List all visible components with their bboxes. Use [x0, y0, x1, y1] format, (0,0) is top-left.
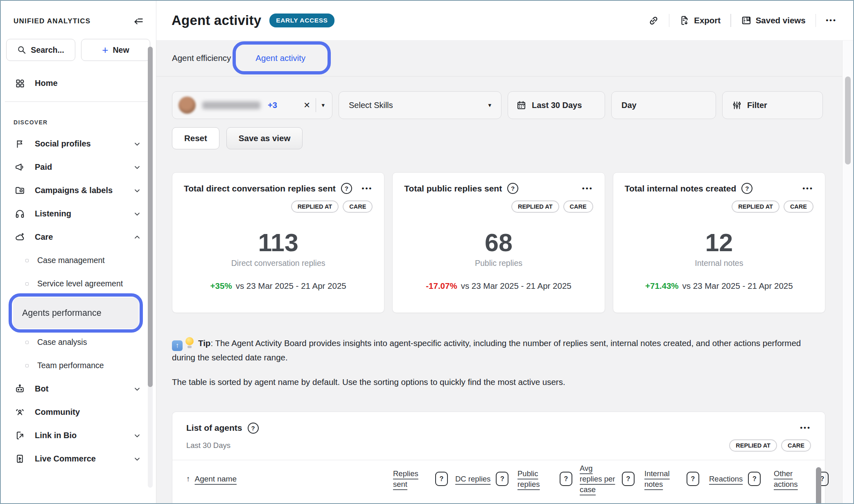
card-title: Total internal notes created	[625, 184, 737, 194]
sidebar-item-service-level-agreement[interactable]: Service level agreement	[1, 272, 156, 295]
reset-button[interactable]: Reset	[172, 127, 219, 149]
filter-bar: +3 ✕ ▾ Select Skills ▾ Last 30 Days Day	[172, 91, 825, 119]
care-tag: CARE	[781, 439, 811, 452]
saved-views-icon	[741, 15, 752, 26]
column-header-internal-notes[interactable]: Internal notes ?	[644, 468, 709, 490]
discover-section-label: DISCOVER	[1, 119, 156, 126]
column-label: Public replies	[517, 468, 554, 490]
column-help-icon[interactable]: ?	[622, 472, 635, 486]
collapse-sidebar-icon[interactable]	[133, 16, 144, 27]
sidebar-item-team-performance[interactable]: Team performance	[1, 354, 156, 377]
sidebar-item-live-commerce[interactable]: Live Commerce	[1, 447, 156, 470]
sidebar-scrollbar[interactable]	[148, 47, 153, 488]
search-button[interactable]: Search...	[6, 39, 75, 61]
search-label: Search...	[31, 45, 64, 55]
column-header-other-actions[interactable]: Other actions ?	[774, 468, 838, 490]
home-grid-icon	[14, 79, 25, 88]
card-menu-icon[interactable]: •••	[361, 184, 373, 193]
sidebar-item-listening[interactable]: Listening	[1, 202, 156, 225]
card-menu-icon[interactable]: •••	[802, 184, 813, 193]
export-document-icon	[679, 15, 690, 26]
sidebar-item-label: Bot	[35, 384, 133, 394]
sidebar-item-agents-performance[interactable]: Agents performance	[1, 295, 156, 331]
copy-link-icon[interactable]	[648, 15, 659, 26]
column-help-icon[interactable]: ?	[560, 472, 572, 486]
column-header-dc-replies[interactable]: DC replies ?	[455, 472, 517, 486]
sidebar-item-care[interactable]: Care	[1, 225, 156, 249]
tip-secondary-text: The table is sorted by agent name by def…	[172, 376, 825, 389]
export-button[interactable]: Export	[679, 15, 721, 26]
filter-actions: Reset Save as view	[172, 127, 825, 149]
metric-value: 113	[184, 228, 373, 257]
card-menu-icon[interactable]: •••	[582, 184, 593, 193]
sidebar-item-label: Listening	[35, 209, 133, 218]
table-period: Last 30 Days	[186, 441, 230, 450]
table-menu-icon[interactable]: •••	[800, 424, 811, 432]
headphones-icon	[14, 209, 25, 219]
tab-bar: Agent efficiency Agent activity	[156, 40, 853, 76]
column-help-icon[interactable]: ?	[496, 472, 508, 486]
sidebar-item-label: Care	[35, 232, 133, 242]
sort-ascending-icon: ↑	[186, 475, 190, 484]
page-scrollbar-thumb[interactable]	[845, 76, 851, 164]
clear-filter-icon[interactable]: ✕	[303, 100, 310, 110]
replied-at-tag: REPLIED AT	[732, 200, 779, 213]
help-icon[interactable]: ?	[507, 183, 518, 194]
table-scrollbar-thumb[interactable]	[816, 467, 821, 503]
chevron-down-icon	[133, 432, 141, 440]
table-header-row: ↑ Agent name Replies sent ? DC replies ?…	[186, 460, 811, 498]
help-icon[interactable]: ?	[741, 183, 752, 194]
sidebar-item-bot[interactable]: Bot	[1, 377, 156, 400]
column-header-public-replies[interactable]: Public replies ?	[517, 468, 580, 490]
list-of-agents-card: List of agents ? ••• Last 30 Days REPLIE…	[172, 412, 825, 503]
phone-play-icon	[14, 454, 25, 464]
granularity-dropdown[interactable]: Day	[611, 91, 716, 119]
caret-down-icon[interactable]: ▾	[321, 101, 325, 109]
column-label: DC replies	[455, 474, 490, 484]
column-help-icon[interactable]: ?	[687, 472, 699, 486]
sidebar-item-label: Social profiles	[35, 139, 133, 148]
sidebar-scrollbar-thumb[interactable]	[148, 47, 153, 387]
sidebar-item-link-in-bio[interactable]: Link in Bio	[1, 424, 156, 447]
card-title: Total direct conversation replies sent	[184, 184, 336, 194]
tab-agent-efficiency[interactable]: Agent efficiency	[172, 53, 231, 63]
care-tag: CARE	[784, 200, 813, 213]
sidebar-item-social-profiles[interactable]: Social profiles	[1, 132, 156, 155]
help-icon[interactable]: ?	[341, 183, 352, 194]
column-header-agent-name[interactable]: ↑ Agent name	[186, 475, 393, 484]
sidebar-item-label: Paid	[35, 162, 133, 172]
toolbar-divider	[816, 14, 816, 27]
tab-agent-activity[interactable]: Agent activity	[255, 53, 305, 63]
new-button[interactable]: + New	[81, 39, 150, 61]
care-tag: CARE	[563, 200, 593, 213]
save-as-view-button[interactable]: Save as view	[226, 127, 303, 149]
plus-icon: +	[102, 45, 108, 55]
saved-views-button[interactable]: Saved views	[741, 15, 806, 26]
column-header-replies-sent[interactable]: Replies sent ?	[393, 468, 455, 490]
filter-button[interactable]: Filter	[722, 91, 823, 119]
change-percent: +71.43%	[645, 281, 679, 290]
page-scrollbar[interactable]	[842, 40, 853, 503]
sidebar-subitem-label: Team performance	[37, 361, 104, 370]
care-cloud-icon	[14, 232, 25, 242]
column-header-reactions[interactable]: Reactions ?	[709, 472, 774, 486]
column-help-icon[interactable]: ?	[748, 472, 761, 486]
selected-item-pill[interactable]: Agents performance	[13, 297, 139, 328]
help-icon[interactable]: ?	[248, 423, 259, 434]
sidebar-item-campaigns-labels[interactable]: Campaigns & labels	[1, 179, 156, 202]
skills-filter-dropdown[interactable]: Select Skills ▾	[339, 91, 502, 119]
calendar-icon	[516, 100, 526, 110]
sidebar-item-paid[interactable]: Paid	[1, 155, 156, 179]
sidebar-item-case-analysis[interactable]: Case analysis	[1, 331, 156, 354]
robot-icon	[14, 384, 25, 394]
sidebar-item-home[interactable]: Home	[1, 72, 156, 95]
agents-filter-dropdown[interactable]: +3 ✕ ▾	[172, 91, 332, 119]
column-label: Reactions	[709, 474, 743, 484]
more-options-icon[interactable]: •••	[826, 16, 837, 25]
date-range-dropdown[interactable]: Last 30 Days	[508, 91, 605, 119]
compare-period: vs 23 Mar 2025 - 21 Apr 2025	[682, 281, 793, 290]
sidebar-item-community[interactable]: Community	[1, 400, 156, 424]
column-header-avg-replies-per-case[interactable]: Avg replies per case ?	[580, 463, 644, 495]
sidebar-item-case-management[interactable]: Case management	[1, 249, 156, 272]
column-help-icon[interactable]: ?	[435, 472, 448, 486]
